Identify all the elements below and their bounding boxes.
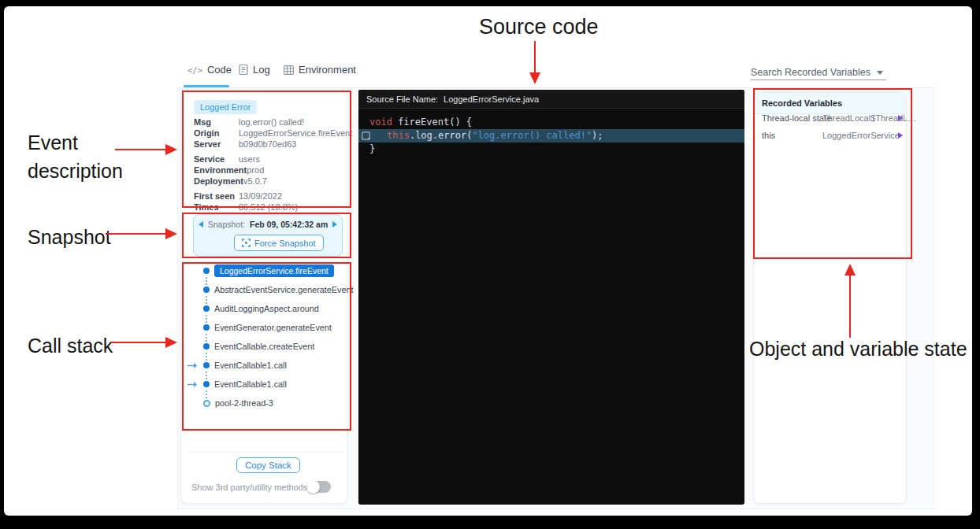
stack-frame[interactable]: EventCallable1.call: [187, 377, 287, 391]
annotation-call-stack: Call stack: [28, 331, 113, 360]
event-value: 86,512 (18.8%): [239, 202, 298, 213]
code-line-2-highlighted: this.log.error("log.error() called!");: [358, 129, 744, 142]
stack-frame-label: EventGenerator.generateEvent: [214, 323, 332, 332]
toggle-knob: [306, 480, 320, 494]
stack-frame-dot: [203, 324, 210, 331]
stack-frame-dot: [203, 343, 210, 350]
snapshot-marker-icon[interactable]: [362, 131, 371, 140]
tab-log[interactable]: Log: [239, 64, 270, 76]
code-token: void: [369, 116, 392, 129]
tab-environment-label: Environment: [299, 64, 356, 76]
event-label: Service: [194, 154, 239, 165]
event-label: Times: [194, 202, 239, 213]
screenshot-canvas: </> Code Log Environment Search Recorded…: [0, 0, 980, 529]
force-snapshot-button[interactable]: Force Snapshot: [234, 235, 324, 251]
stack-frame[interactable]: EventCallable1.call: [187, 358, 287, 372]
event-row-server: Server b09d0b70ed63: [194, 139, 343, 150]
code-token: "log.error() called!": [472, 129, 592, 142]
annotation-snapshot: Snapshot: [28, 223, 111, 251]
event-label: Deployment: [194, 176, 243, 187]
next-snapshot-icon[interactable]: [332, 221, 337, 228]
annotation-source-code: Source code: [479, 13, 599, 41]
stack-frame-label: EventCallable1.call: [214, 361, 287, 370]
code-tab-icon: </>: [187, 65, 202, 75]
event-label: Server: [194, 139, 239, 150]
tab-code[interactable]: </> Code: [187, 64, 232, 76]
active-tab-indicator: [184, 85, 229, 87]
code-token: );: [592, 129, 603, 142]
snapshot-label: Snapshot:: [208, 220, 245, 229]
event-label: Environment: [194, 165, 247, 176]
code-token: this: [387, 129, 410, 142]
code-line-3: }: [358, 142, 744, 156]
force-snapshot-label: Force Snapshot: [254, 239, 316, 248]
code-token: }: [369, 142, 375, 156]
variable-name: this: [762, 131, 775, 140]
event-value: log.error() called!: [239, 117, 304, 128]
stack-frame-selected[interactable]: LoggedErrorService.fireEvent: [187, 264, 334, 278]
stack-frame-dot: [203, 381, 210, 387]
capture-icon: [242, 239, 251, 247]
stack-frame-thread[interactable]: pool-2-thread-3: [187, 396, 273, 410]
stack-frame-label: AbstractEventService.generateEvent: [214, 285, 353, 294]
event-label: First seen: [194, 191, 239, 202]
event-row-msg: Msg log.error() called!: [194, 117, 343, 128]
event-value: LoggedErrorService.fireEvent: [239, 128, 352, 139]
event-value: prod: [247, 165, 264, 176]
event-row-times: Times 86,512 (18.8%): [194, 202, 343, 213]
copy-stack-button[interactable]: Copy Stack: [236, 457, 300, 473]
stack-frame-label: pool-2-thread-3: [215, 398, 273, 408]
code-token: fireEvent() {: [392, 116, 472, 129]
annotation-object-state: Object and variable state: [749, 335, 967, 363]
stack-frame-label: AuditLoggingAspect.around: [214, 304, 319, 313]
stack-frame[interactable]: EventCallable.createEvent: [187, 339, 314, 353]
event-row-first-seen: First seen 13/09/2022: [194, 191, 343, 202]
variable-value: LoggedErrorService: [822, 131, 900, 140]
stack-frame[interactable]: AbstractEventService.generateEvent: [187, 283, 353, 297]
event-value: users: [239, 154, 260, 165]
event-label: Origin: [194, 128, 239, 139]
stack-frame-label: EventCallable1.call: [214, 379, 287, 389]
source-file-name: LoggedErrorService.java: [444, 94, 539, 104]
variable-row-thread-local[interactable]: Thread-local state ThreadLocal$ThreadL…: [754, 110, 906, 126]
event-row-service: Service users: [194, 154, 343, 165]
divider: [190, 452, 343, 453]
stack-frame-label: LoggedErrorService.fireEvent: [214, 264, 334, 277]
stack-frame[interactable]: AuditLoggingAspect.around: [187, 301, 319, 316]
recorded-variables-card: [753, 92, 907, 504]
tab-code-label: Code: [207, 64, 232, 76]
event-value: v5.0.7: [243, 176, 267, 187]
jump-arrow-icon: [187, 362, 203, 369]
stack-frame-dot: [203, 268, 210, 274]
recorded-variables-title: Recorded Variables: [762, 98, 842, 108]
stack-frame[interactable]: EventGenerator.generateEvent: [187, 320, 332, 335]
event-row-deployment: Deployment v5.0.7: [194, 176, 343, 187]
thread-dot: [203, 400, 210, 407]
code-line-1: void fireEvent() {: [358, 116, 744, 129]
snapshot-timestamp: Feb 09, 05:42:32 am: [250, 220, 328, 229]
variable-name: Thread-local state: [762, 113, 831, 123]
stack-frame-dot: [203, 362, 210, 368]
show-3rd-party-toggle[interactable]: [307, 481, 331, 493]
tab-environment[interactable]: Environment: [284, 64, 356, 76]
event-value: 13/09/2022: [239, 191, 282, 202]
jump-arrow-icon: [187, 381, 203, 388]
variable-row-this[interactable]: this LoggedErrorService: [754, 128, 906, 143]
stack-frame-label: EventCallable.createEvent: [214, 342, 314, 351]
source-file-label: Source File Name:: [366, 94, 438, 104]
search-recorded-variables-label: Search Recorded Variables: [751, 67, 870, 78]
snapshot-nav: Snapshot: Feb 09, 05:42:32 am: [193, 220, 343, 229]
code-token: .log.error(: [410, 129, 472, 142]
previous-snapshot-icon[interactable]: [199, 221, 203, 228]
event-row-environment: Environment prod: [194, 165, 343, 176]
source-file-header: Source File Name: LoggedErrorService.jav…: [358, 90, 744, 109]
stack-frame-dot: [203, 287, 210, 293]
event-row-origin: Origin LoggedErrorService.fireEvent: [194, 128, 343, 139]
event-value: b09d0b70ed63: [239, 139, 296, 150]
search-recorded-variables-select[interactable]: Search Recorded Variables: [751, 65, 886, 80]
tab-log-label: Log: [253, 64, 270, 76]
expand-variable-icon[interactable]: [898, 132, 903, 139]
expand-variable-icon[interactable]: [898, 115, 903, 121]
annotation-event-description: Event description: [28, 128, 154, 185]
logged-error-badge: Logged Error: [194, 100, 257, 114]
